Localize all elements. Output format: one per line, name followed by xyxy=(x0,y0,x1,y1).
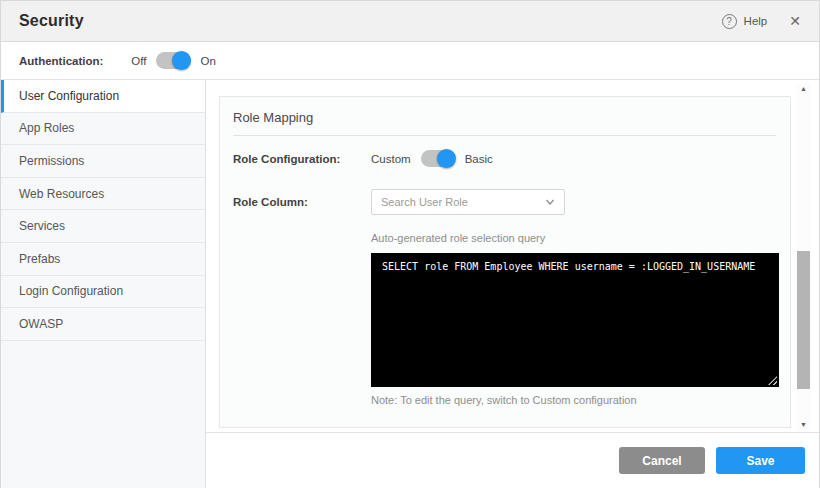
role-configuration-label: Role Configuration: xyxy=(233,153,371,165)
sidebar-item-prefabs[interactable]: Prefabs xyxy=(1,243,205,276)
authentication-label: Authentication: xyxy=(19,55,103,67)
role-query-textarea[interactable]: SELECT role FROM Employee WHERE username… xyxy=(371,253,779,387)
authentication-off-label: Off xyxy=(131,55,146,67)
role-configuration-row: Role Configuration: Custom Basic xyxy=(233,150,790,167)
role-column-label: Role Column: xyxy=(233,196,371,208)
main-content: Role Mapping Role Configuration: Custom … xyxy=(206,80,819,488)
sidebar-item-login-configuration[interactable]: Login Configuration xyxy=(1,276,205,309)
sidebar-item-user-configuration[interactable]: User Configuration xyxy=(1,80,205,113)
vertical-scrollbar[interactable]: ▲ ▼ xyxy=(796,83,811,431)
save-button[interactable]: Save xyxy=(716,447,805,474)
custom-option-label: Custom xyxy=(371,153,411,165)
page-title: Security xyxy=(19,12,84,30)
help-icon[interactable]: ? xyxy=(722,14,737,29)
sidebar-item-web-resources[interactable]: Web Resources xyxy=(1,178,205,211)
authentication-on-label: On xyxy=(200,55,215,67)
sidebar-item-owasp[interactable]: OWASP xyxy=(1,308,205,341)
sidebar-item-app-roles[interactable]: App Roles xyxy=(1,113,205,146)
role-column-row: Role Column: Search User Role xyxy=(233,189,790,215)
scroll-up-icon[interactable]: ▲ xyxy=(796,83,811,95)
authentication-toggle[interactable] xyxy=(156,52,190,69)
role-configuration-toggle[interactable] xyxy=(421,150,455,167)
panel-title: Role Mapping xyxy=(233,97,776,136)
scrollbar-thumb[interactable] xyxy=(797,251,810,389)
sidebar-item-services[interactable]: Services xyxy=(1,210,205,243)
cancel-button[interactable]: Cancel xyxy=(619,447,705,474)
role-column-placeholder: Search User Role xyxy=(381,196,545,208)
role-mapping-panel: Role Mapping Role Configuration: Custom … xyxy=(219,96,791,428)
security-dialog: Security ? Help ✕ Authentication: Off On… xyxy=(0,0,820,488)
sidebar-item-permissions[interactable]: Permissions xyxy=(1,145,205,178)
query-section-label: Auto-generated role selection query xyxy=(371,232,790,244)
sidebar: User Configuration App Roles Permissions… xyxy=(1,80,206,488)
help-link[interactable]: Help xyxy=(744,15,768,27)
toggle-knob xyxy=(437,149,456,168)
authentication-row: Authentication: Off On xyxy=(1,42,819,80)
footer: Cancel Save xyxy=(206,432,819,488)
close-icon[interactable]: ✕ xyxy=(789,13,801,29)
chevron-down-icon xyxy=(545,197,555,207)
toggle-knob xyxy=(172,51,191,70)
role-column-select[interactable]: Search User Role xyxy=(371,189,565,215)
header: Security ? Help ✕ xyxy=(1,1,819,42)
scroll-down-icon[interactable]: ▼ xyxy=(796,419,811,431)
query-note: Note: To edit the query, switch to Custo… xyxy=(371,394,790,406)
basic-option-label: Basic xyxy=(465,153,493,165)
